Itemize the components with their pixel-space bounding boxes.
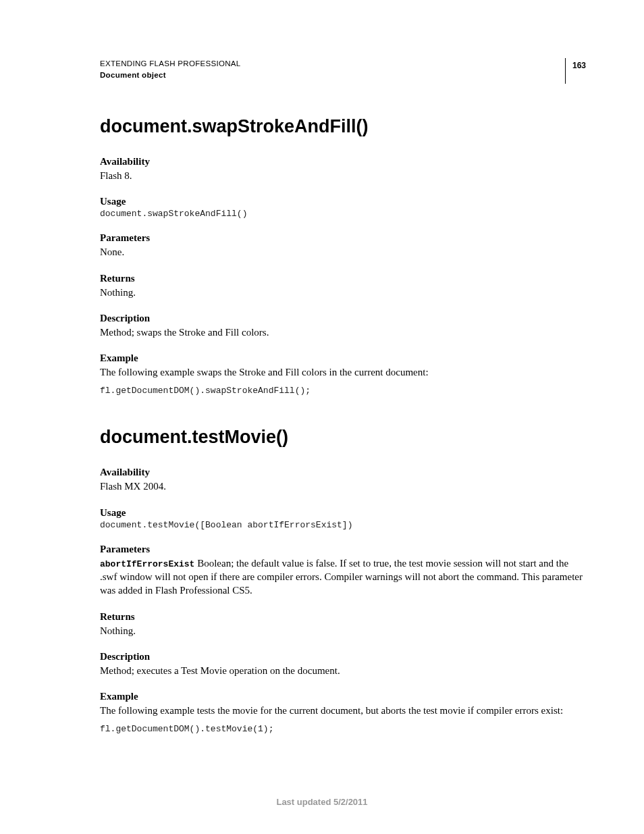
example-heading: Example <box>100 691 586 702</box>
book-title: EXTENDING FLASH PROFESSIONAL <box>100 58 240 70</box>
page-number: 163 <box>565 58 586 84</box>
parameter-name: abortIfErrorsExist <box>100 559 194 569</box>
parameter-item: abortIfErrorsExist Boolean; the default … <box>100 556 586 598</box>
page-header: EXTENDING FLASH PROFESSIONAL Document ob… <box>100 58 586 84</box>
returns-text: Nothing. <box>100 624 586 637</box>
description-text: Method; swaps the Stroke and Fill colors… <box>100 325 586 339</box>
returns-text: Nothing. <box>100 286 586 299</box>
description-heading: Description <box>100 651 586 662</box>
api-entry: document.swapStrokeAndFill() Availabilit… <box>100 116 586 396</box>
usage-heading: Usage <box>100 196 586 207</box>
chapter-title: Document object <box>100 70 240 81</box>
parameters-heading: Parameters <box>100 232 586 244</box>
entry-title: document.swapStrokeAndFill() <box>100 116 586 137</box>
entry-title: document.testMovie() <box>100 427 586 448</box>
page: EXTENDING FLASH PROFESSIONAL Document ob… <box>0 0 644 834</box>
parameters-text: None. <box>100 245 586 259</box>
example-code: fl.getDocumentDOM().swapStrokeAndFill(); <box>100 386 586 396</box>
usage-code: document.testMovie([Boolean abortIfError… <box>100 520 586 530</box>
example-text: The following example tests the movie fo… <box>100 704 586 717</box>
running-header-left: EXTENDING FLASH PROFESSIONAL Document ob… <box>100 58 240 80</box>
example-text: The following example swaps the Stroke a… <box>100 365 586 379</box>
example-heading: Example <box>100 353 586 364</box>
usage-heading: Usage <box>100 507 586 519</box>
availability-text: Flash MX 2004. <box>100 479 586 493</box>
page-footer: Last updated 5/2/2011 <box>0 797 644 807</box>
availability-heading: Availability <box>100 467 586 478</box>
example-code: fl.getDocumentDOM().testMovie(1); <box>100 724 586 734</box>
usage-code: document.swapStrokeAndFill() <box>100 209 586 219</box>
availability-text: Flash 8. <box>100 169 586 182</box>
parameters-heading: Parameters <box>100 544 586 555</box>
description-text: Method; executes a Test Movie operation … <box>100 664 586 677</box>
api-entry: document.testMovie() Availability Flash … <box>100 427 586 734</box>
availability-heading: Availability <box>100 156 586 167</box>
description-heading: Description <box>100 313 586 324</box>
returns-heading: Returns <box>100 273 586 284</box>
returns-heading: Returns <box>100 611 586 623</box>
